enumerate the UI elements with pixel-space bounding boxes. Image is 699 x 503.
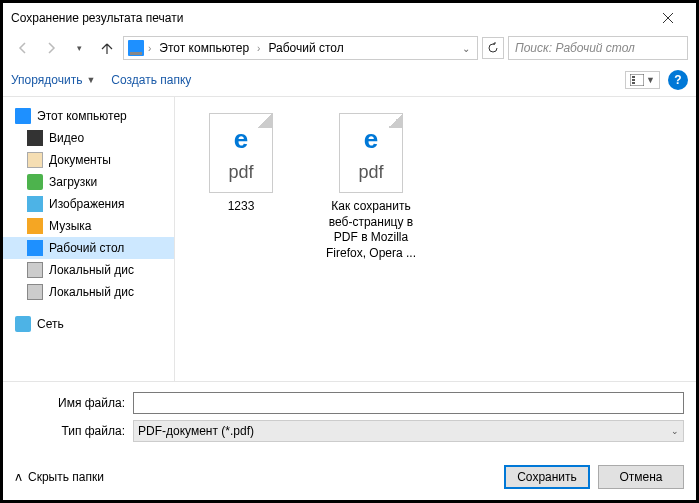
- tree-label: Документы: [49, 153, 111, 167]
- window-title: Сохранение результата печати: [11, 11, 648, 25]
- view-menu[interactable]: ▼: [625, 71, 660, 89]
- file-item[interactable]: e pdf 1233: [191, 113, 291, 215]
- arrow-left-icon: [16, 41, 30, 55]
- video-icon: [27, 130, 43, 146]
- titlebar: Сохранение результата печати: [3, 3, 696, 33]
- breadcrumb-sep-icon: ›: [255, 43, 262, 54]
- chevron-down-icon: ⌄: [671, 426, 679, 436]
- pc-icon: [15, 108, 31, 124]
- tree-video[interactable]: Видео: [3, 127, 174, 149]
- filetype-value: PDF-документ (*.pdf): [138, 424, 254, 438]
- drive-icon: [27, 284, 43, 300]
- cancel-button[interactable]: Отмена: [598, 465, 684, 489]
- chevron-down-icon: ▼: [86, 75, 95, 85]
- tree-label: Изображения: [49, 197, 124, 211]
- desktop-icon: [27, 240, 43, 256]
- tree-label: Рабочий стол: [49, 241, 124, 255]
- tree-label: Этот компьютер: [37, 109, 127, 123]
- music-icon: [27, 218, 43, 234]
- images-icon: [27, 196, 43, 212]
- view-icon: [630, 74, 644, 86]
- arrow-up-icon: [100, 41, 114, 55]
- tree-drive-1[interactable]: Локальный дис: [3, 259, 174, 281]
- tree-images[interactable]: Изображения: [3, 193, 174, 215]
- downloads-icon: [27, 174, 43, 190]
- filename-input[interactable]: [133, 392, 684, 414]
- svg-rect-2: [632, 79, 635, 81]
- hide-folders-label: Скрыть папки: [28, 470, 104, 484]
- close-icon: [663, 13, 673, 23]
- filetype-label: Тип файла:: [15, 424, 125, 438]
- chevron-down-icon: ▼: [646, 75, 655, 85]
- pc-icon: [128, 40, 144, 56]
- tree-drive-2[interactable]: Локальный дис: [3, 281, 174, 303]
- nav-row: ▾ › Этот компьютер › Рабочий стол ⌄: [3, 33, 696, 63]
- file-list: e pdf 1233 e pdf Как сохранить веб-стран…: [175, 97, 696, 381]
- edge-icon: e: [234, 124, 248, 155]
- svg-rect-3: [632, 82, 635, 84]
- tree-label: Локальный дис: [49, 285, 134, 299]
- toolbar: Упорядочить ▼ Создать папку ▼ ?: [3, 63, 696, 97]
- network-icon: [15, 316, 31, 332]
- refresh-icon: [487, 42, 499, 54]
- up-button[interactable]: [95, 36, 119, 60]
- search-input[interactable]: [515, 41, 681, 55]
- save-button[interactable]: Сохранить: [504, 465, 590, 489]
- breadcrumb-sep-icon: ›: [146, 43, 153, 54]
- breadcrumb-root[interactable]: Этот компьютер: [155, 39, 253, 57]
- address-bar[interactable]: › Этот компьютер › Рабочий стол ⌄: [123, 36, 478, 60]
- tree-label: Музыка: [49, 219, 91, 233]
- tree-label: Видео: [49, 131, 84, 145]
- new-folder-button[interactable]: Создать папку: [111, 73, 191, 87]
- footer: ʌ Скрыть папки Сохранить Отмена: [3, 454, 696, 500]
- tree-desktop[interactable]: Рабочий стол: [3, 237, 174, 259]
- tree-label: Локальный дис: [49, 263, 134, 277]
- tree-downloads[interactable]: Загрузки: [3, 171, 174, 193]
- folder-tree: Этот компьютер Видео Документы Загрузки …: [3, 97, 175, 381]
- help-button[interactable]: ?: [668, 70, 688, 90]
- refresh-button[interactable]: [482, 37, 504, 59]
- file-ext: pdf: [228, 162, 253, 183]
- filename-label: Имя файла:: [15, 396, 125, 410]
- arrow-right-icon: [44, 41, 58, 55]
- save-dialog: Сохранение результата печати ▾ › Этот ко…: [3, 3, 696, 500]
- recent-button[interactable]: ▾: [67, 36, 91, 60]
- file-item[interactable]: e pdf Как сохранить веб-страницу в PDF в…: [321, 113, 421, 261]
- svg-rect-1: [632, 76, 635, 78]
- file-ext: pdf: [358, 162, 383, 183]
- file-name: Как сохранить веб-страницу в PDF в Mozil…: [321, 199, 421, 261]
- drive-icon: [27, 262, 43, 278]
- pdf-file-icon: e pdf: [339, 113, 403, 193]
- tree-pc[interactable]: Этот компьютер: [3, 105, 174, 127]
- hide-folders-link[interactable]: ʌ Скрыть папки: [15, 470, 104, 484]
- back-button[interactable]: [11, 36, 35, 60]
- tree-label: Сеть: [37, 317, 64, 331]
- tree-label: Загрузки: [49, 175, 97, 189]
- close-button[interactable]: [648, 3, 688, 33]
- edge-icon: e: [364, 124, 378, 155]
- tree-network[interactable]: Сеть: [3, 313, 174, 335]
- organize-label: Упорядочить: [11, 73, 82, 87]
- body: Этот компьютер Видео Документы Загрузки …: [3, 97, 696, 381]
- documents-icon: [27, 152, 43, 168]
- filetype-select[interactable]: PDF-документ (*.pdf) ⌄: [133, 420, 684, 442]
- chevron-up-icon: ʌ: [15, 470, 22, 484]
- forward-button[interactable]: [39, 36, 63, 60]
- tree-music[interactable]: Музыка: [3, 215, 174, 237]
- address-dropdown[interactable]: ⌄: [459, 43, 473, 54]
- organize-menu[interactable]: Упорядочить ▼: [11, 73, 95, 87]
- chevron-down-icon: ▾: [77, 43, 82, 53]
- pdf-file-icon: e pdf: [209, 113, 273, 193]
- file-name: 1233: [191, 199, 291, 215]
- form-area: Имя файла: Тип файла: PDF-документ (*.pd…: [3, 381, 696, 454]
- breadcrumb-current[interactable]: Рабочий стол: [264, 39, 347, 57]
- tree-documents[interactable]: Документы: [3, 149, 174, 171]
- search-box[interactable]: [508, 36, 688, 60]
